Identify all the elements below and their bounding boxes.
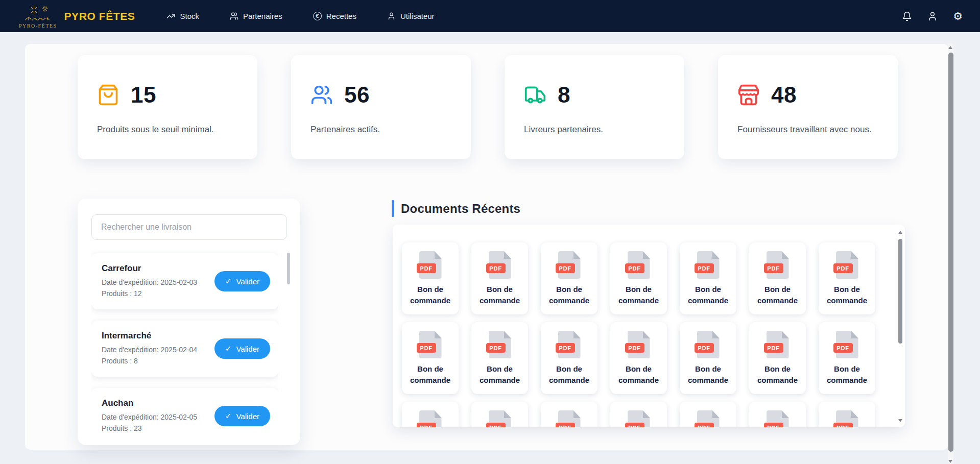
pdf-document-card[interactable]: PDF Bon de commande <box>819 402 875 427</box>
pdf-file-icon: PDF <box>628 331 650 358</box>
navbar: PYRO-FÊTES PYRO FÊTES Stock Partenaires … <box>0 0 980 32</box>
pdf-file-icon: PDF <box>836 251 858 279</box>
pdf-document-card[interactable]: PDF Bon de commande <box>819 242 875 314</box>
stat-value: 56 <box>344 82 370 108</box>
stat-card-fournisseurs: 48 Fournisseurs travaillant avec nous. <box>718 55 898 159</box>
pdf-document-card[interactable]: PDF Bon de commande <box>749 402 806 427</box>
pdf-badge: PDF <box>833 263 853 273</box>
pdf-file-icon: PDF <box>836 410 858 427</box>
pdf-badge: PDF <box>764 343 783 353</box>
scroll-down-arrow-icon[interactable] <box>898 419 902 422</box>
pdf-badge: PDF <box>486 263 506 273</box>
pdf-file-icon: PDF <box>558 331 581 358</box>
scrollbar-thumb[interactable] <box>898 239 902 344</box>
pdf-document-card[interactable]: PDF Bon de commande <box>402 322 459 394</box>
nav-item-stock[interactable]: Stock <box>166 12 199 20</box>
validate-button[interactable]: ✓ Valider <box>214 406 270 426</box>
stat-value: 8 <box>558 82 570 108</box>
pdf-file-icon: PDF <box>836 331 858 358</box>
pdf-document-card[interactable]: PDF Bon de commande <box>402 242 459 314</box>
pdf-badge: PDF <box>556 263 575 273</box>
stat-label: Fournisseurs travaillant avec nous. <box>737 125 878 135</box>
nav-item-utilisateur[interactable]: Utilisateur <box>387 12 435 20</box>
documents-panel: PDF Bon de commande PDF Bon de commande … <box>393 225 905 427</box>
pdf-badge: PDF <box>417 423 436 427</box>
nav-item-label: Recettes <box>326 12 356 20</box>
pdf-document-card[interactable]: PDF Bon de commande <box>819 322 875 394</box>
pdf-badge: PDF <box>417 263 436 273</box>
stat-value: 15 <box>131 82 156 108</box>
stat-label: Produits sous le seuil minimal. <box>97 125 238 135</box>
pdf-document-card[interactable]: PDF Bon de commande <box>402 402 459 427</box>
pdf-document-card[interactable]: PDF Bon de commande <box>610 402 667 427</box>
scrollbar-thumb[interactable] <box>287 253 290 284</box>
documents-heading: Documents Récents <box>392 200 520 217</box>
gear-icon[interactable]: ⚙ <box>953 11 963 21</box>
pdf-document-card[interactable]: PDF Bon de commande <box>610 242 667 314</box>
stat-label: Livreurs partenaires. <box>524 125 665 135</box>
nav-item-recettes[interactable]: € Recettes <box>313 12 356 20</box>
pdf-document-card[interactable]: PDF Bon de commande <box>610 322 667 394</box>
search-input[interactable] <box>91 214 287 240</box>
bag-icon <box>97 84 119 106</box>
check-icon: ✓ <box>225 411 232 421</box>
pdf-badge: PDF <box>417 343 436 353</box>
validate-button[interactable]: ✓ Valider <box>214 338 270 359</box>
pdf-file-icon: PDF <box>419 251 442 279</box>
pdf-card-label: Bon de commande <box>755 284 801 306</box>
pdf-file-icon: PDF <box>489 331 511 358</box>
pdf-document-card[interactable]: PDF Bon de commande <box>471 242 528 314</box>
documents-title: Documents Récents <box>401 202 520 216</box>
pdf-card-label: Bon de commande <box>685 284 731 306</box>
pdf-file-icon: PDF <box>628 410 650 427</box>
pdf-grid: PDF Bon de commande PDF Bon de commande … <box>402 242 890 427</box>
pdf-badge: PDF <box>833 423 853 427</box>
account-icon[interactable] <box>927 11 938 21</box>
pdf-badge: PDF <box>556 423 575 427</box>
logo[interactable]: PYRO-FÊTES <box>19 4 57 29</box>
pdf-document-card[interactable]: PDF Bon de commande <box>541 242 597 314</box>
pdf-document-card[interactable]: PDF Bon de commande <box>541 402 597 427</box>
pdf-card-label: Bon de commande <box>685 363 731 386</box>
pdf-card-label: Bon de commande <box>477 284 523 306</box>
nav-item-label: Utilisateur <box>400 12 435 20</box>
check-icon: ✓ <box>225 277 232 286</box>
scroll-up-arrow-icon[interactable] <box>898 231 902 234</box>
pdf-document-card[interactable]: PDF Bon de commande <box>471 322 528 394</box>
trending-chart-icon <box>166 12 175 20</box>
pdf-document-card[interactable]: PDF Bon de commande <box>680 242 736 314</box>
brand-title: PYRO FÊTES <box>64 10 135 22</box>
pdf-badge: PDF <box>764 263 783 273</box>
main-nav: Stock Partenaires € Recettes Utilisateur <box>166 12 434 20</box>
pdf-document-card[interactable]: PDF Bon de commande <box>680 322 736 394</box>
pdf-badge: PDF <box>695 263 714 273</box>
pdf-file-icon: PDF <box>558 251 581 279</box>
pdf-card-label: Bon de commande <box>616 284 662 306</box>
store-icon <box>737 84 760 106</box>
scroll-up-arrow-icon[interactable] <box>948 46 952 49</box>
truck-icon <box>524 84 546 106</box>
pdf-document-card[interactable]: PDF Bon de commande <box>680 402 736 427</box>
pdf-card-label: Bon de commande <box>546 284 592 306</box>
delivery-list-scrollbar[interactable] <box>287 249 290 439</box>
pdf-document-card[interactable]: PDF Bon de commande <box>471 402 528 427</box>
page-scrollbar[interactable] <box>948 43 953 464</box>
stats-row: 15 Produits sous le seuil minimal. 56 Pa… <box>78 55 898 159</box>
scroll-down-arrow-icon[interactable] <box>948 460 952 463</box>
delivery-list: Carrefour Date d'expédition: 2025-02-03 … <box>91 249 278 439</box>
pdf-badge: PDF <box>625 263 644 273</box>
documents-scrollbar[interactable] <box>897 228 903 424</box>
pdf-document-card[interactable]: PDF Bon de commande <box>749 242 806 314</box>
scrollbar-thumb[interactable] <box>948 53 953 452</box>
pdf-document-card[interactable]: PDF Bon de commande <box>541 322 597 394</box>
validate-button[interactable]: ✓ Valider <box>214 271 270 291</box>
users-icon <box>310 84 333 106</box>
bell-icon[interactable] <box>902 11 912 21</box>
pdf-document-card[interactable]: PDF Bon de commande <box>749 322 806 394</box>
pdf-card-label: Bon de commande <box>546 363 592 386</box>
pdf-badge: PDF <box>695 423 714 427</box>
pdf-card-label: Bon de commande <box>824 284 870 306</box>
pdf-file-icon: PDF <box>767 410 789 427</box>
nav-item-partenaires[interactable]: Partenaires <box>230 12 282 20</box>
euro-icon: € <box>313 12 322 20</box>
